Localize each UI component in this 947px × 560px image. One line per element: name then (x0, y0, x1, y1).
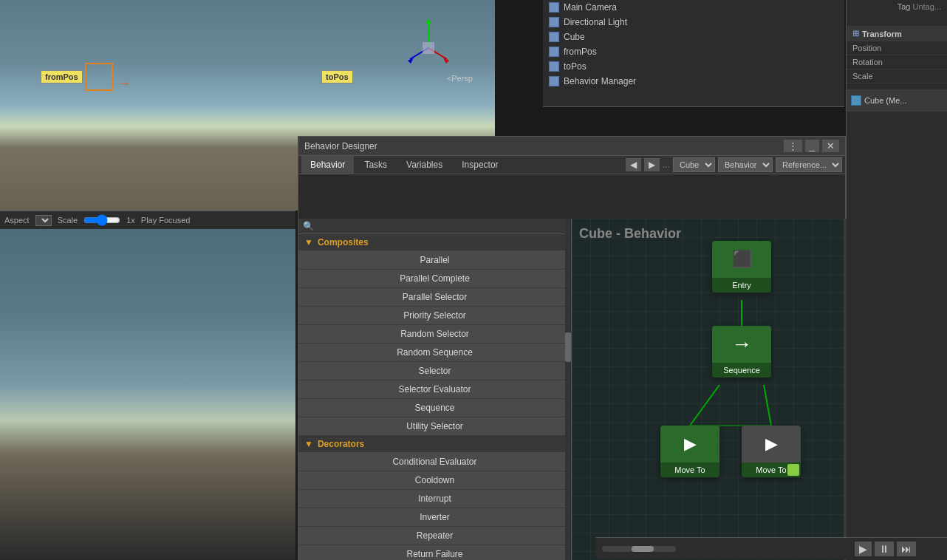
scene-viewport-bottom (0, 211, 295, 560)
bd-title: Behavior Designer (304, 141, 377, 151)
hierarchy-list: Main CameraDirectional LightCubefromPost… (543, 0, 844, 89)
scene-toolbar: Aspect Scale 1x Play Focused (0, 211, 295, 229)
transform-section: ⊞ Transform (847, 26, 947, 41)
graph-title: Cube - Behavior (579, 226, 681, 242)
cube-mesh-row: Cube (Me... (847, 89, 947, 112)
task-item-parallel[interactable]: Parallel (298, 251, 571, 270)
hierarchy-item-label: Behavior Manager (564, 76, 636, 86)
bd-main-content: 🔍 ▼CompositesParallelParallel CompletePa… (298, 174, 845, 534)
tab-behavior[interactable]: Behavior (301, 156, 354, 174)
search-input[interactable] (317, 221, 567, 231)
entry-icon: ⬛ (732, 250, 752, 269)
tag-prefix: Tag (898, 2, 911, 11)
node-sequence[interactable]: → Sequence (712, 326, 771, 378)
pause-button[interactable]: ⏸ (875, 542, 894, 556)
moveto1-icon: ▶ (684, 434, 697, 454)
task-item-parallel-selector[interactable]: Parallel Selector (298, 288, 571, 307)
behavior-designer: Behavior Designer ⋮ _ ✕ Behavior Tasks V… (298, 136, 846, 560)
aspect-label: Aspect (4, 216, 30, 225)
breadcrumb-dots: ... (663, 160, 670, 170)
task-item-selector[interactable]: Selector (298, 362, 571, 380)
task-item-conditional-evaluator[interactable]: Conditional Evaluator (298, 453, 571, 471)
hierarchy-item-icon (549, 17, 559, 27)
aspect-dropdown[interactable] (35, 215, 52, 226)
hierarchy-item-label: Cube (564, 32, 585, 42)
sequence-icon: → (731, 332, 752, 356)
section-name: Composites (318, 237, 369, 247)
hierarchy-item-icon (549, 76, 559, 86)
task-item-utility-selector[interactable]: Utility Selector (298, 417, 571, 436)
tasks-content: ▼CompositesParallelParallel CompletePara… (298, 234, 571, 560)
graph-grid (572, 219, 847, 560)
bd-close-btn[interactable]: ✕ (822, 140, 839, 152)
inspector-panel: Tag Untag... ⊞ Transform Position Rotati… (846, 0, 947, 560)
hierarchy-item-label: Main Camera (564, 2, 617, 13)
hierarchy-item[interactable]: fromPos (543, 44, 844, 59)
tasks-panel: 🔍 ▼CompositesParallelParallel CompletePa… (298, 219, 572, 560)
task-item-interrupt[interactable]: Interrupt (298, 490, 571, 508)
scale-slider[interactable] (83, 214, 120, 226)
moveto2-icon: ▶ (765, 434, 778, 454)
search-bar: 🔍 (298, 219, 571, 234)
tasks-scrollbar[interactable] (565, 219, 571, 560)
search-icon: 🔍 (303, 221, 314, 231)
hierarchy-item[interactable]: Directional Light (543, 15, 844, 30)
moveto2-indicator (787, 464, 799, 476)
task-item-parallel-complete[interactable]: Parallel Complete (298, 270, 571, 288)
hierarchy-item[interactable]: Behavior Manager (543, 74, 844, 89)
hierarchy-item[interactable]: toPos (543, 59, 844, 74)
tag-value: Untag... (912, 2, 941, 11)
svg-rect-6 (423, 42, 434, 54)
reference-selector[interactable]: Reference... (776, 157, 842, 172)
cube-mesh-label: Cube (Me... (864, 96, 906, 105)
task-item-cooldown[interactable]: Cooldown (298, 471, 571, 490)
moveto1-label: Move To (660, 462, 719, 477)
task-item-inverter[interactable]: Inverter (298, 508, 571, 527)
node-moveto1[interactable]: ▶ Move To (660, 426, 719, 477)
behavior-selector[interactable]: Behavior (718, 157, 773, 172)
cube-selector[interactable]: Cube (673, 157, 715, 172)
horizontal-scrollbar[interactable] (602, 546, 676, 552)
bd-tabs-bar: Behavior Tasks Variables Inspector ◀ ▶ .… (298, 156, 845, 174)
next-button[interactable]: ⏭ (897, 542, 916, 556)
nav-forward-btn[interactable]: ▶ (644, 158, 660, 171)
tab-tasks[interactable]: Tasks (355, 156, 396, 174)
scale-label: Scale (58, 216, 78, 225)
transform-label: Transform (862, 30, 902, 38)
task-item-random-sequence[interactable]: Random Sequence (298, 344, 571, 362)
node-entry[interactable]: ⬛ Entry (712, 241, 771, 293)
hierarchy-item[interactable]: Cube (543, 30, 844, 44)
graph-area[interactable]: Cube - Behavior ⬛ Entry (572, 219, 847, 560)
bd-menu-btn[interactable]: ⋮ (784, 140, 802, 152)
svg-marker-1 (425, 18, 431, 24)
task-item-return-failure[interactable]: Return Failure (298, 545, 571, 560)
entry-label: Entry (712, 278, 771, 293)
hierarchy-item-icon (549, 32, 559, 42)
persp-label: <Persp (447, 74, 473, 83)
section-header-decorators[interactable]: ▼Decorators (298, 436, 571, 453)
section-name: Decorators (318, 439, 364, 449)
playback-controls: ▶ ⏸ ⏭ (855, 542, 916, 556)
bd-minimize-btn[interactable]: _ (805, 140, 819, 152)
hierarchy-item-label: Directional Light (564, 17, 627, 27)
scale-value: 1x (126, 216, 135, 225)
section-header-composites[interactable]: ▼Composites (298, 234, 571, 251)
bd-bottom-bar: ▶ ⏸ ⏭ (596, 537, 947, 559)
rotation-row: Rotation (847, 55, 947, 69)
task-item-random-selector[interactable]: Random Selector (298, 325, 571, 344)
task-item-priority-selector[interactable]: Priority Selector (298, 307, 571, 325)
play-button[interactable]: ▶ (855, 542, 872, 556)
cube-mesh-icon (851, 95, 861, 106)
task-item-selector-evaluator[interactable]: Selector Evaluator (298, 380, 571, 399)
nav-back-btn[interactable]: ◀ (626, 158, 641, 171)
section-arrow: ▼ (304, 237, 313, 247)
bd-title-bar: Behavior Designer ⋮ _ ✕ (298, 137, 845, 156)
node-moveto2[interactable]: ▶ Move To (742, 426, 801, 477)
play-focused-label: Play Focused (141, 216, 191, 225)
hierarchy-item[interactable]: Main Camera (543, 0, 844, 15)
task-item-sequence[interactable]: Sequence (298, 399, 571, 417)
tab-inspector[interactable]: Inspector (453, 156, 507, 174)
tab-variables[interactable]: Variables (397, 156, 451, 174)
task-item-repeater[interactable]: Repeater (298, 527, 571, 545)
hierarchy-item-icon (549, 47, 559, 57)
